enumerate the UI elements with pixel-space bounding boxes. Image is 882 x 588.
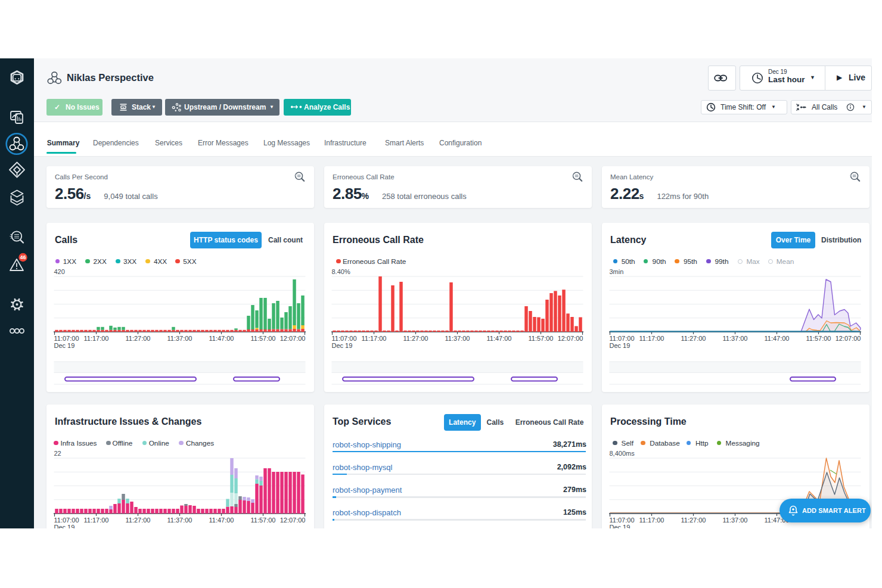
svg-text:11:27:00: 11:27:00 [681, 517, 706, 524]
svg-text:11:47:00: 11:47:00 [209, 517, 234, 524]
svg-text:11:17:00: 11:17:00 [361, 335, 386, 342]
svg-text:11:17:00: 11:17:00 [83, 517, 108, 524]
svg-text:8.40%: 8.40% [332, 268, 350, 275]
svg-text:11:27:00: 11:27:00 [125, 517, 150, 524]
svg-text:11:07:00: 11:07:00 [610, 517, 635, 524]
svg-text:Dec 19: Dec 19 [54, 524, 75, 529]
svg-text:11:37:00: 11:37:00 [167, 517, 192, 524]
svg-text:11:07:00: 11:07:00 [54, 517, 79, 524]
svg-text:11:37:00: 11:37:00 [167, 335, 192, 342]
svg-text:420: 420 [54, 268, 65, 275]
svg-text:12:07:00: 12:07:00 [558, 335, 583, 342]
svg-text:11:37:00: 11:37:00 [722, 517, 747, 524]
svg-text:Dec 19: Dec 19 [610, 342, 631, 349]
svg-text:11:17:00: 11:17:00 [639, 335, 664, 342]
svg-text:11:27:00: 11:27:00 [403, 335, 428, 342]
svg-text:11:57:00: 11:57:00 [250, 335, 275, 342]
svg-text:12:07:00: 12:07:00 [280, 517, 306, 524]
svg-text:11:37:00: 11:37:00 [722, 335, 747, 342]
svg-text:11:07:00: 11:07:00 [332, 335, 357, 342]
svg-text:11:57:00: 11:57:00 [806, 335, 831, 342]
svg-text:8,400ms: 8,400ms [610, 450, 635, 457]
svg-text:11:17:00: 11:17:00 [83, 335, 108, 342]
svg-text:11:37:00: 11:37:00 [445, 335, 470, 342]
svg-text:11:57:00: 11:57:00 [250, 517, 275, 524]
svg-text:11:47:00: 11:47:00 [209, 335, 234, 342]
svg-text:11:07:00: 11:07:00 [54, 335, 79, 342]
svg-text:Dec 19: Dec 19 [54, 342, 75, 349]
svg-text:11:27:00: 11:27:00 [125, 335, 150, 342]
svg-text:Dec 19: Dec 19 [332, 342, 353, 349]
svg-text:Dec 19: Dec 19 [610, 524, 631, 529]
svg-text:11:27:00: 11:27:00 [681, 335, 706, 342]
svg-text:11:47:00: 11:47:00 [764, 335, 789, 342]
svg-text:3min: 3min [610, 268, 624, 275]
svg-text:11:17:00: 11:17:00 [639, 517, 664, 524]
svg-text:12:07:00: 12:07:00 [836, 335, 861, 342]
svg-text:11:47:00: 11:47:00 [486, 335, 511, 342]
svg-text:11:07:00: 11:07:00 [610, 335, 635, 342]
svg-text:22: 22 [54, 450, 61, 457]
svg-text:46: 46 [20, 254, 26, 260]
svg-text:11:57:00: 11:57:00 [528, 335, 553, 342]
svg-text:12:07:00: 12:07:00 [280, 335, 306, 342]
